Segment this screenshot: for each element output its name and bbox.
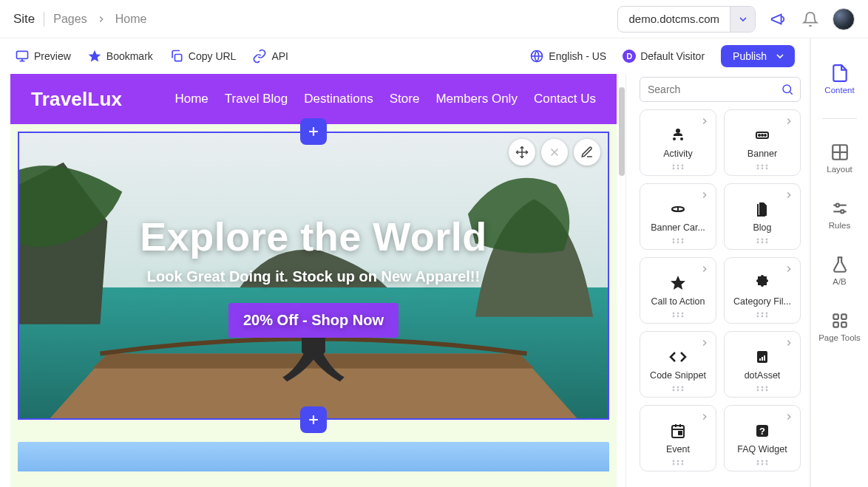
- nav-link[interactable]: Members Only: [435, 92, 518, 106]
- content-type-card[interactable]: Banner Car...: [640, 183, 716, 250]
- drag-grip-icon: [755, 459, 770, 466]
- svg-point-47: [766, 239, 768, 241]
- event-icon: [669, 422, 687, 440]
- breadcrumb-site[interactable]: Site: [13, 12, 35, 27]
- add-before-button[interactable]: [300, 118, 327, 145]
- svg-rect-0: [17, 51, 28, 58]
- add-after-button[interactable]: [300, 406, 327, 433]
- scrollbar[interactable]: [618, 74, 625, 487]
- chevron-right-icon: [784, 412, 794, 422]
- move-handle[interactable]: [509, 139, 535, 166]
- blog-icon: [753, 200, 771, 218]
- svg-point-69: [682, 389, 684, 392]
- svg-point-49: [762, 242, 764, 244]
- svg-point-23: [677, 165, 679, 167]
- drag-grip-icon: [755, 237, 770, 245]
- content-palette: ActivityBannerBanner Car...BlogCall to A…: [640, 74, 801, 487]
- bookmark-button[interactable]: Bookmark: [87, 49, 153, 64]
- svg-rect-4: [174, 55, 181, 61]
- svg-point-43: [677, 242, 679, 244]
- announcements-icon[interactable]: [767, 9, 788, 30]
- svg-point-85: [673, 460, 675, 463]
- banner-icon: [753, 126, 771, 144]
- preview-label: Preview: [34, 50, 71, 62]
- next-content-block[interactable]: [18, 442, 609, 471]
- action-strip: Preview Bookmark Copy URL: [0, 38, 810, 74]
- rail-page-tools-label: Page Tools: [818, 333, 861, 342]
- svg-point-33: [762, 165, 764, 167]
- nav-link[interactable]: Store: [390, 92, 420, 106]
- chevron-down-icon[interactable]: [730, 6, 755, 33]
- nav-link[interactable]: Travel Blog: [225, 92, 288, 106]
- hero-cta-button[interactable]: 20% Off - Shop Now: [228, 303, 399, 338]
- puzzle-icon: [753, 274, 771, 292]
- chevron-right-icon: [96, 14, 106, 24]
- svg-point-104: [835, 204, 838, 207]
- content-type-label: Category Fil...: [733, 296, 791, 307]
- svg-point-17: [783, 85, 791, 93]
- close-button[interactable]: [541, 139, 568, 166]
- svg-point-93: [757, 460, 759, 463]
- svg-rect-71: [759, 358, 761, 361]
- code-icon: [669, 348, 687, 366]
- block-tools: [509, 139, 600, 166]
- svg-point-31: [764, 134, 766, 136]
- content-type-card[interactable]: Banner: [724, 109, 801, 176]
- rail-layout[interactable]: Layout: [811, 138, 868, 178]
- divider: [44, 12, 44, 27]
- breadcrumb-section[interactable]: Pages: [53, 13, 87, 26]
- notifications-icon[interactable]: [800, 9, 821, 30]
- site-nav: Home Travel Blog Destinations Store Memb…: [174, 92, 596, 106]
- avatar[interactable]: [833, 8, 855, 30]
- site-selector[interactable]: demo.dotcms.com: [617, 6, 756, 33]
- page-canvas[interactable]: TravelLux Home Travel Blog Destinations …: [10, 74, 626, 487]
- visitor-selector[interactable]: D Default Visitor: [623, 50, 705, 63]
- copy-url-button[interactable]: Copy URL: [169, 49, 237, 64]
- svg-point-44: [682, 242, 684, 244]
- grid-icon: [830, 143, 850, 162]
- svg-point-94: [762, 460, 764, 463]
- svg-rect-73: [764, 355, 765, 361]
- breadcrumb-current[interactable]: Home: [115, 13, 147, 26]
- content-type-card[interactable]: dotAsset: [724, 331, 801, 398]
- rail-content-label: Content: [824, 86, 854, 95]
- globe-icon: [529, 49, 544, 64]
- nav-link[interactable]: Contact Us: [534, 92, 596, 106]
- hero-title: Explore the World: [140, 214, 487, 259]
- svg-point-45: [757, 239, 759, 241]
- svg-point-48: [757, 242, 759, 244]
- chevron-right-icon: [699, 338, 710, 348]
- faq-icon: ?: [753, 422, 771, 440]
- content-type-card[interactable]: Activity: [640, 109, 716, 176]
- rail-page-tools[interactable]: Page Tools: [811, 307, 868, 347]
- svg-marker-51: [671, 276, 685, 290]
- content-type-card[interactable]: Event: [640, 405, 716, 471]
- content-type-card[interactable]: ?FAQ Widget: [724, 405, 801, 471]
- content-type-card[interactable]: Call to Action: [640, 257, 716, 324]
- hero-block[interactable]: Explore the World Look Great Doing it. S…: [18, 132, 609, 420]
- rail-content[interactable]: Content: [811, 59, 868, 99]
- content-type-card[interactable]: Blog: [724, 183, 801, 250]
- rail-ab[interactable]: A/B: [811, 251, 868, 290]
- palette-search[interactable]: [640, 77, 801, 102]
- api-button[interactable]: API: [252, 49, 288, 64]
- svg-point-65: [677, 386, 679, 389]
- nav-link[interactable]: Destinations: [304, 92, 373, 106]
- rail-rules[interactable]: Rules: [811, 194, 868, 234]
- svg-rect-84: [679, 432, 682, 435]
- chevron-right-icon: [699, 264, 710, 274]
- content-type-card[interactable]: Category Fil...: [724, 257, 801, 324]
- search-input[interactable]: [640, 84, 800, 95]
- publish-button[interactable]: Publish: [721, 45, 795, 67]
- svg-rect-109: [841, 322, 847, 327]
- edit-button[interactable]: [574, 139, 600, 166]
- svg-point-63: [766, 316, 768, 318]
- preview-button[interactable]: Preview: [15, 49, 71, 64]
- site-brand[interactable]: TravelLux: [31, 88, 122, 111]
- nav-link[interactable]: Home: [174, 92, 208, 106]
- locale-label: English - US: [549, 50, 606, 62]
- locale-selector[interactable]: English - US: [529, 49, 606, 64]
- content-type-card[interactable]: Code Snippet: [640, 331, 716, 398]
- svg-point-62: [762, 316, 764, 318]
- chevron-down-icon: [774, 50, 786, 62]
